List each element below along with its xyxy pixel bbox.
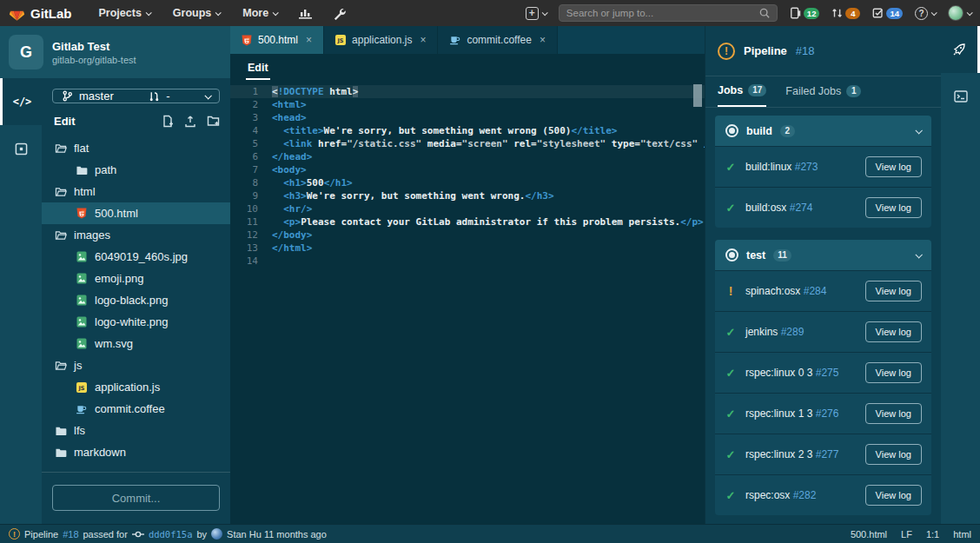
chevron-down-icon: [204, 92, 211, 99]
job-id-link[interactable]: #282: [793, 489, 817, 501]
job-id-link[interactable]: #275: [816, 367, 839, 379]
pipeline-tab-jobs[interactable]: Jobs17: [718, 76, 766, 107]
commit-button[interactable]: Commit...: [52, 485, 220, 511]
close-icon[interactable]: ×: [306, 34, 312, 46]
code-line-content: </head>: [258, 150, 312, 163]
new-file-button[interactable]: [162, 115, 174, 128]
new-folder-button[interactable]: [207, 115, 220, 128]
user-menu[interactable]: [948, 5, 971, 21]
tree-item-js[interactable]: js: [42, 354, 230, 376]
menu-groups[interactable]: Groups: [165, 7, 228, 19]
terminal-icon: [954, 90, 968, 103]
tree-item-flat[interactable]: flat: [42, 137, 230, 159]
tree-item-wm.svg[interactable]: wm.svg: [42, 333, 230, 354]
tree-item-label: 6049019_460s.jpg: [95, 250, 188, 263]
view-log-button[interactable]: View log: [865, 281, 922, 301]
branch-selector[interactable]: master -: [52, 89, 220, 103]
view-log-button[interactable]: View log: [865, 197, 922, 218]
tree-item-6049019_460s.jpg[interactable]: 6049019_460s.jpg: [42, 246, 230, 268]
issues-indicator[interactable]: 12: [790, 7, 820, 19]
tree-item-logo-white.png[interactable]: logo-white.png: [42, 311, 230, 333]
tree-item-label: emoji.png: [95, 272, 143, 285]
view-log-button[interactable]: View log: [865, 444, 922, 465]
tree-item-logo-black.png[interactable]: logo-black.png: [42, 289, 230, 311]
menu-projects[interactable]: Projects: [91, 7, 158, 19]
todos-indicator[interactable]: 14: [872, 7, 903, 19]
tree-item-label: html: [74, 185, 96, 198]
folder-open-icon: [54, 361, 67, 371]
statusbar-filename[interactable]: 500.html: [851, 529, 887, 540]
code-token: >: [353, 86, 359, 97]
job-id-link[interactable]: #273: [795, 161, 818, 173]
stage-header-build[interactable]: build2: [715, 116, 931, 146]
project-avatar: G: [9, 35, 43, 70]
close-icon[interactable]: ×: [540, 34, 546, 46]
statusbar-pipeline-id-link[interactable]: #18: [63, 529, 78, 540]
new-item-dropdown[interactable]: +: [526, 7, 546, 20]
editor-area: 500.html×JSapplication.js×commit.coffee×…: [230, 26, 705, 524]
job-id-link[interactable]: #289: [781, 326, 805, 338]
gitlab-logo[interactable]: GitLab: [9, 5, 72, 22]
editor-scrollbar-thumb[interactable]: [693, 84, 702, 107]
global-search[interactable]: [559, 4, 778, 22]
job-id-link[interactable]: #274: [790, 202, 813, 214]
tree-item-lfs[interactable]: lfs: [42, 420, 230, 441]
view-log-button[interactable]: View log: [865, 403, 922, 424]
activity-chart-icon[interactable]: [292, 8, 319, 19]
editor-tab-application.js[interactable]: JSapplication.js×: [324, 26, 438, 54]
view-log-button[interactable]: View log: [865, 321, 922, 342]
upload-file-button[interactable]: [184, 115, 196, 128]
help-dropdown[interactable]: ?: [915, 7, 936, 20]
job-id-link[interactable]: #284: [804, 285, 827, 297]
rail-review-mode-button[interactable]: [0, 125, 42, 172]
search-input[interactable]: [566, 8, 759, 18]
tree-item-html[interactable]: html: [42, 181, 230, 202]
line-number: 5: [230, 137, 258, 150]
code-token: </body>: [272, 229, 312, 241]
success-check-icon: ✓: [725, 489, 737, 502]
project-header[interactable]: G Gitlab Test gitlab-org/gitlab-test: [0, 26, 230, 78]
view-log-button[interactable]: View log: [865, 362, 922, 383]
commit-sha-link[interactable]: ddd0f15a: [149, 529, 193, 540]
admin-wrench-icon[interactable]: [326, 7, 353, 20]
editor-tab-500.html[interactable]: 500.html×: [230, 26, 324, 54]
view-log-button[interactable]: View log: [865, 485, 922, 506]
pipeline-panel: ! Pipeline #18 Jobs17Failed Jobs1 build2…: [705, 26, 941, 524]
rail-pipelines-button[interactable]: [941, 26, 980, 73]
tree-item-markdown[interactable]: markdown: [42, 441, 230, 463]
rail-edit-mode-button[interactable]: </>: [0, 78, 42, 125]
statusbar-cursor-position[interactable]: 1:1: [926, 529, 939, 540]
pipeline-tab-failed-jobs[interactable]: Failed Jobs1: [785, 76, 861, 107]
statusbar-language[interactable]: html: [953, 529, 971, 540]
svg-text:JS: JS: [336, 37, 343, 44]
success-check-icon: ✓: [725, 161, 737, 174]
line-number: 3: [230, 111, 258, 124]
tree-item-commit.coffee[interactable]: commit.coffee: [42, 398, 230, 420]
stage-header-test[interactable]: test11: [715, 240, 931, 270]
line-number: 7: [230, 163, 258, 176]
job-id-link[interactable]: #276: [816, 407, 839, 420]
menu-more[interactable]: More: [235, 7, 285, 19]
file-js-icon: JS: [335, 35, 346, 45]
rail-terminal-button[interactable]: [941, 73, 980, 120]
view-log-button[interactable]: View log: [865, 156, 922, 177]
close-icon[interactable]: ×: [420, 34, 426, 46]
editor-tab-commit.coffee[interactable]: commit.coffee×: [438, 26, 558, 54]
tree-item-path[interactable]: path: [42, 159, 230, 181]
tree-item-label: flat: [74, 142, 89, 155]
tree-item-500.html[interactable]: 500.html: [42, 202, 230, 224]
tree-item-images[interactable]: images: [42, 224, 230, 246]
pipeline-id-link[interactable]: #18: [796, 44, 815, 57]
job-id-link[interactable]: #277: [816, 448, 839, 460]
code-token: <body>: [272, 164, 307, 175]
code-line-content: [258, 255, 272, 268]
avatar: [948, 5, 963, 21]
file-html-icon: [75, 208, 88, 219]
merge-requests-indicator[interactable]: 4: [831, 7, 860, 19]
file-tree: flatpathhtml500.htmlimages6049019_460s.j…: [42, 137, 230, 463]
tree-item-application.js[interactable]: JSapplication.js: [42, 376, 230, 398]
tree-item-emoji.png[interactable]: emoji.png: [42, 268, 230, 289]
tab-edit-mode[interactable]: Edit: [246, 54, 270, 80]
statusbar-line-ending[interactable]: LF: [901, 529, 912, 540]
code-editor[interactable]: 1<!DOCTYPE html>2<html>3<head>4 <title>W…: [230, 83, 705, 524]
